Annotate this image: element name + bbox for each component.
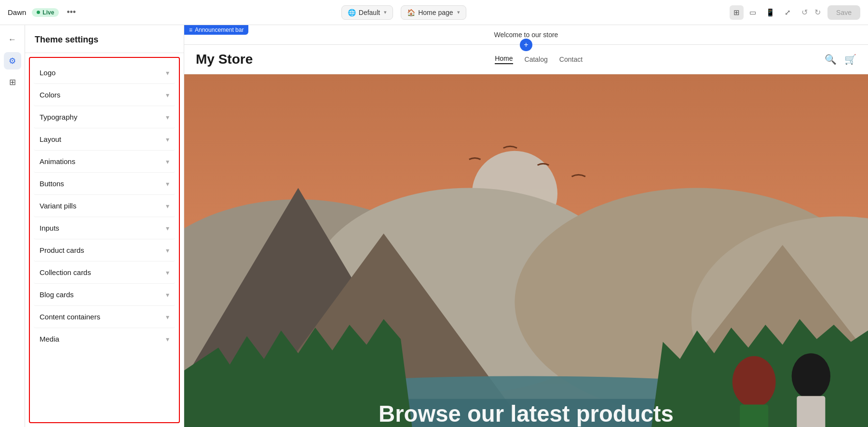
settings-item-collection-cards[interactable]: Collection cards ▾ xyxy=(34,262,175,284)
default-label: Default xyxy=(359,9,380,16)
svg-text:Browse our latest products: Browse our latest products xyxy=(379,401,674,427)
globe-icon: 🌐 xyxy=(348,9,356,16)
nav-link-catalog[interactable]: Catalog xyxy=(525,55,548,63)
nav-link-home[interactable]: Home xyxy=(495,55,513,64)
mobile-view-button[interactable]: 📱 xyxy=(762,5,779,20)
store-name: My Store xyxy=(196,52,253,67)
settings-list: Logo ▾ Colors ▾ Typography ▾ Layout ▾ An… xyxy=(29,57,180,423)
sidebar-header: Theme settings xyxy=(25,25,184,53)
add-section-button[interactable]: + xyxy=(520,39,532,51)
settings-item-label-media: Media xyxy=(40,335,59,343)
view-icons: ⊞ ▭ 📱 ⤢ xyxy=(730,5,795,20)
settings-item-product-cards[interactable]: Product cards ▾ xyxy=(34,239,175,262)
chevron-down-icon-content-containers: ▾ xyxy=(166,313,169,321)
chevron-down-icon-typography: ▾ xyxy=(166,113,169,121)
settings-item-label-product-cards: Product cards xyxy=(40,246,84,254)
store-nav-icons: 🔍 🛒 xyxy=(825,54,856,65)
app-name: Dawn xyxy=(8,8,26,16)
topbar-left: Dawn Live ••• xyxy=(8,5,78,19)
settings-item-animations[interactable]: Animations ▾ xyxy=(34,151,175,173)
topbar: Dawn Live ••• 🌐 Default ▾ 🏠 Home page ▾ … xyxy=(0,0,868,25)
chevron-down-icon-inputs: ▾ xyxy=(166,224,169,232)
svg-rect-11 xyxy=(797,396,825,427)
topbar-center: 🌐 Default ▾ 🏠 Home page ▾ xyxy=(341,5,466,20)
svg-point-10 xyxy=(792,353,830,399)
settings-item-label-layout: Layout xyxy=(40,135,61,143)
settings-item-label-variant-pills: Variant pills xyxy=(40,202,76,210)
preview-area: ≡ Announcement bar Welcome to our store … xyxy=(184,25,868,427)
desktop-view-button[interactable]: ⊞ xyxy=(730,5,744,20)
settings-item-label-blog-cards: Blog cards xyxy=(40,290,74,299)
home-icon: 🏠 xyxy=(407,9,415,16)
settings-item-logo[interactable]: Logo ▾ xyxy=(34,62,175,84)
save-button[interactable]: Save xyxy=(827,5,860,20)
rail-back-icon[interactable]: ← xyxy=(4,31,21,48)
settings-item-label-logo: Logo xyxy=(40,69,55,77)
chevron-down-icon-2: ▾ xyxy=(457,9,460,15)
announcement-content: Welcome to our store + xyxy=(184,25,868,44)
chevron-down-icon-blog-cards: ▾ xyxy=(166,291,169,299)
announcement-tag-label: Announcement bar xyxy=(195,27,244,33)
chevron-down-icon-colors: ▾ xyxy=(166,91,169,99)
settings-item-label-animations: Animations xyxy=(40,157,75,165)
nav-link-contact[interactable]: Contact xyxy=(559,55,583,63)
rail-sections-icon[interactable]: ⊞ xyxy=(4,73,21,91)
live-label: Live xyxy=(42,9,54,16)
settings-item-buttons[interactable]: Buttons ▾ xyxy=(34,173,175,195)
chevron-down-icon: ▾ xyxy=(384,9,387,15)
settings-item-label-inputs: Inputs xyxy=(40,224,59,232)
chevron-down-icon-variant-pills: ▾ xyxy=(166,202,169,210)
live-badge: Live xyxy=(32,8,59,17)
announcement-text: Welcome to our store xyxy=(494,31,558,39)
tablet-view-button[interactable]: ▭ xyxy=(746,5,760,20)
settings-item-label-collection-cards: Collection cards xyxy=(40,268,91,276)
settings-item-content-containers[interactable]: Content containers ▾ xyxy=(34,306,175,328)
sidebar-title: Theme settings xyxy=(35,35,174,45)
svg-point-8 xyxy=(732,356,776,407)
redo-button[interactable]: ↻ xyxy=(812,5,824,19)
settings-item-media[interactable]: Media ▾ xyxy=(34,328,175,350)
chevron-down-icon-layout: ▾ xyxy=(166,136,169,143)
cart-icon[interactable]: 🛒 xyxy=(844,54,856,65)
undo-button[interactable]: ↺ xyxy=(799,5,811,19)
rail-settings-icon[interactable]: ⚙ xyxy=(4,52,21,69)
chevron-down-icon-buttons: ▾ xyxy=(166,180,169,188)
chevron-down-icon-product-cards: ▾ xyxy=(166,247,169,254)
homepage-label: Home page xyxy=(418,9,453,16)
svg-rect-9 xyxy=(740,405,768,427)
hero-image: Browse our latest products xyxy=(184,74,868,427)
announcement-tag[interactable]: ≡ Announcement bar xyxy=(184,25,248,35)
undo-redo: ↺ ↻ xyxy=(799,5,824,19)
settings-item-variant-pills[interactable]: Variant pills ▾ xyxy=(34,195,175,217)
default-dropdown[interactable]: 🌐 Default ▾ xyxy=(341,5,393,20)
share-view-button[interactable]: ⤢ xyxy=(781,5,795,20)
live-dot xyxy=(37,11,40,14)
chevron-down-icon-collection-cards: ▾ xyxy=(166,269,169,276)
search-icon[interactable]: 🔍 xyxy=(825,54,837,65)
settings-item-inputs[interactable]: Inputs ▾ xyxy=(34,217,175,239)
settings-item-colors[interactable]: Colors ▾ xyxy=(34,84,175,106)
announcement-icon: ≡ xyxy=(189,27,192,33)
settings-item-label-colors: Colors xyxy=(40,91,60,99)
settings-item-label-content-containers: Content containers xyxy=(40,313,100,321)
chevron-down-icon-logo: ▾ xyxy=(166,69,169,77)
topbar-right: ⊞ ▭ 📱 ⤢ ↺ ↻ Save xyxy=(730,5,860,20)
icon-rail: ← ⚙ ⊞ xyxy=(0,25,25,427)
settings-item-blog-cards[interactable]: Blog cards ▾ xyxy=(34,284,175,306)
settings-item-layout[interactable]: Layout ▾ xyxy=(34,128,175,151)
settings-item-label-buttons: Buttons xyxy=(40,179,64,188)
settings-item-label-typography: Typography xyxy=(40,113,77,121)
store-nav-links: HomeCatalogContact xyxy=(495,55,583,64)
settings-item-typography[interactable]: Typography ▾ xyxy=(34,106,175,128)
more-button[interactable]: ••• xyxy=(65,5,78,19)
chevron-down-icon-media: ▾ xyxy=(166,335,169,343)
chevron-down-icon-animations: ▾ xyxy=(166,158,169,165)
main-layout: ← ⚙ ⊞ Theme settings Logo ▾ Colors ▾ Typ… xyxy=(0,25,868,427)
announcement-bar-wrapper: ≡ Announcement bar Welcome to our store … xyxy=(184,25,868,45)
left-sidebar: Theme settings Logo ▾ Colors ▾ Typograph… xyxy=(25,25,184,427)
homepage-dropdown[interactable]: 🏠 Home page ▾ xyxy=(401,5,466,20)
